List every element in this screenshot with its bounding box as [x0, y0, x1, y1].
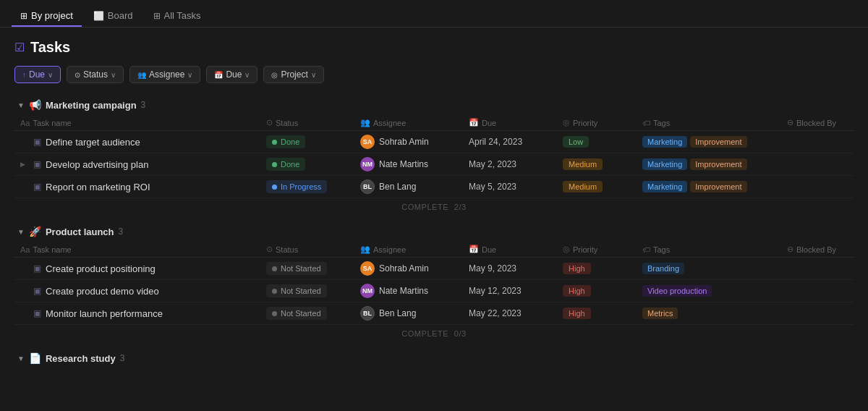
status-badge: Not Started	[266, 307, 327, 320]
avatar: NM	[360, 157, 375, 171]
col-assignee-label2: Assignee	[373, 245, 406, 254]
assignee-cell: SA Sohrab Amin	[360, 135, 469, 149]
col-assignee2: 👥 Assignee	[360, 245, 469, 254]
task-row[interactable]: ▣ Create product positioning Not Started…	[14, 258, 854, 280]
filter-project-button[interactable]: ◎ Project ∨	[263, 66, 323, 83]
status-dot	[272, 311, 277, 316]
priority-badge: Medium	[563, 181, 603, 192]
col-status: ⊙ Status	[266, 118, 360, 127]
task-row[interactable]: ▶ ▣ Develop advertising plan Done NM Nat…	[14, 153, 854, 176]
tab-by-project-label: By project	[31, 10, 73, 21]
avatar: BL	[360, 179, 375, 194]
task-row[interactable]: ▣ Define target audience Done SA Sohrab …	[14, 131, 854, 153]
avatar: BL	[360, 306, 375, 321]
priority-badge: Medium	[563, 158, 603, 170]
filter-project-chevron: ∨	[311, 71, 316, 79]
tag-metrics: Metrics	[642, 308, 678, 319]
task-name: Create product demo video	[46, 286, 159, 297]
status-dot	[272, 266, 277, 271]
task-status-cell: Not Started	[266, 284, 360, 297]
col-task-label2: Task name	[33, 245, 71, 254]
due-cell: May 9, 2023	[469, 263, 563, 274]
filter-assignee-chevron: ∨	[187, 71, 192, 79]
section-marketing-toggle: ▼	[17, 101, 25, 109]
sort-up-icon: ↑	[22, 71, 26, 79]
tab-board[interactable]: ⬜ Board	[85, 6, 142, 27]
filter-assignee-button[interactable]: 👥 Assignee ∨	[129, 66, 200, 83]
section-research-toggle: ▼	[17, 355, 25, 363]
top-nav: ⊞ By project ⬜ Board ⊞ All Tasks	[0, 0, 868, 27]
col-due-icon2: 📅	[469, 245, 479, 254]
assignee-cell: NM Nate Martins	[360, 284, 469, 298]
status-label: Done	[281, 137, 299, 146]
marketing-table-header: Aa Task name ⊙ Status 👥 Assignee 📅 Due ◎…	[14, 115, 854, 131]
status-label: Not Started	[281, 309, 321, 318]
filter-due-chevron: ∨	[48, 71, 53, 79]
section-research-study: ▼ 📄 Research study 3	[14, 348, 854, 368]
task-type-icon: ▣	[33, 182, 41, 192]
col-blocked-label: Blocked By	[796, 119, 836, 127]
assignee-name: Sohrab Amin	[379, 137, 429, 147]
task-status-cell: Done	[266, 158, 360, 171]
task-name: Create product positioning	[46, 263, 156, 274]
assignee-cell: BL Ben Lang	[360, 306, 469, 321]
all-tasks-icon: ⊞	[153, 11, 161, 21]
priority-cell: Medium	[563, 181, 642, 192]
filter-status-button[interactable]: ⊙ Status ∨	[67, 66, 124, 83]
complete-row-product: COMPLETE 0/3	[14, 325, 854, 342]
avatar: SA	[360, 135, 375, 149]
section-product-emoji: 🚀	[29, 226, 41, 237]
col-tags2: 🏷 Tags	[642, 245, 787, 254]
assignee-cell: NM Nate Martins	[360, 157, 469, 171]
section-product-launch-header[interactable]: ▼ 🚀 Product launch 3	[14, 221, 854, 242]
product-table-header: Aa Task name ⊙ Status 👥 Assignee 📅 Due ◎…	[14, 242, 854, 258]
task-name: Develop advertising plan	[46, 159, 148, 170]
col-due-label: Due	[482, 119, 496, 127]
status-badge: In Progress	[266, 180, 327, 193]
task-type-icon: ▣	[33, 263, 41, 274]
filter-due2-label: Due	[226, 69, 242, 80]
avatar: SA	[360, 261, 375, 276]
task-name: Monitor launch performance	[46, 308, 163, 319]
task-row[interactable]: ▣ Report on marketing ROI In Progress BL…	[14, 176, 854, 198]
col-task-label: Task name	[33, 119, 71, 127]
section-research-header[interactable]: ▼ 📄 Research study 3	[14, 348, 854, 368]
filter-due-button[interactable]: ↑ Due ∨	[14, 66, 61, 83]
page-title: Tasks	[30, 39, 70, 56]
task-row[interactable]: ▣ Monitor launch performance Not Started…	[14, 302, 854, 325]
section-research-count: 3	[120, 353, 125, 363]
tab-all-tasks-label: All Tasks	[164, 10, 201, 21]
status-label: In Progress	[281, 182, 321, 191]
priority-cell: Low	[563, 136, 642, 148]
due-cell: May 5, 2023	[469, 182, 563, 192]
col-blocked-by: ⊖ Blocked By	[787, 118, 868, 127]
tag-branding: Branding	[642, 263, 684, 274]
filter-due2-button[interactable]: 📅 Due ∨	[206, 66, 258, 83]
task-name-cell: ▣ Create product positioning	[20, 263, 266, 274]
priority-badge: High	[563, 285, 591, 297]
due2-filter-icon: 📅	[214, 71, 223, 79]
tag-cell: Video production	[642, 285, 787, 297]
task-type-icon: ▣	[33, 137, 41, 147]
filter-status-chevron: ∨	[111, 71, 116, 79]
task-status-cell: Not Started	[266, 262, 360, 275]
col-status-label2: Status	[276, 245, 298, 254]
section-marketing-campaign-header[interactable]: ▼ 📢 Marketing campaign 3	[14, 95, 854, 115]
col-due-label2: Due	[482, 245, 496, 254]
col-assignee-label: Assignee	[373, 119, 406, 127]
col-status2: ⊙ Status	[266, 245, 360, 254]
assignee-name: Sohrab Amin	[379, 263, 429, 274]
col-task-name2: Aa Task name	[20, 245, 266, 254]
avatar: NM	[360, 284, 375, 298]
col-due: 📅 Due	[469, 118, 563, 127]
complete-fraction-product: 0/3	[454, 329, 467, 338]
tab-by-project[interactable]: ⊞ By project	[12, 6, 82, 27]
task-row[interactable]: ▣ Create product demo video Not Started …	[14, 280, 854, 302]
filter-status-label: Status	[83, 69, 108, 80]
col-priority-label: Priority	[573, 119, 597, 127]
col-tags-icon: 🏷	[642, 119, 650, 127]
task-type-icon: ▣	[33, 308, 41, 318]
task-name-cell: ▣ Report on marketing ROI	[20, 182, 266, 192]
tab-all-tasks[interactable]: ⊞ All Tasks	[145, 6, 210, 27]
tag-improvement: Improvement	[690, 181, 746, 192]
